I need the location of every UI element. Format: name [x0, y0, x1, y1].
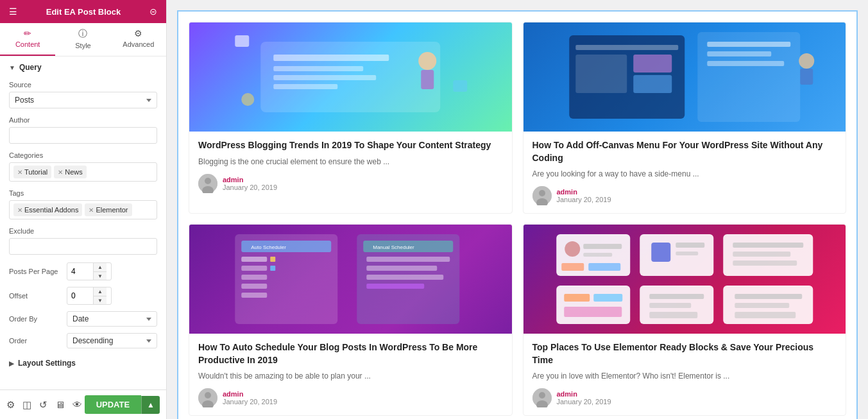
settings-icon[interactable]: ⚙	[6, 399, 15, 411]
grid-icon[interactable]: ⊝	[149, 6, 157, 17]
main-content: WordPress Blogging Trends In 2019 To Sha…	[167, 0, 868, 419]
update-arrow-button[interactable]: ▲	[141, 396, 160, 414]
category-tag-tutorial-label: Tutorial	[24, 168, 47, 176]
tags-tags-container[interactable]: ✕ Essential Addons ✕ Elementor	[9, 200, 157, 219]
posts-per-page-input-wrap: ▲ ▼	[67, 262, 112, 280]
post-title-4: Top Places To Use Elementor Ready Blocks…	[532, 341, 837, 366]
svg-rect-15	[575, 55, 627, 93]
svg-rect-32	[241, 266, 267, 271]
footer-icons: ⚙ ◫ ↺ 🖥 👁	[6, 399, 82, 411]
svg-rect-35	[241, 284, 267, 289]
svg-rect-23	[800, 69, 813, 85]
tab-style-label: Style	[75, 42, 90, 49]
post-content-4: Top Places To Use Elementor Ready Blocks…	[523, 334, 846, 415]
offset-down[interactable]: ▼	[94, 296, 106, 304]
author-2: admin	[557, 188, 611, 196]
post-card-4: Top Places To Use Elementor Ready Blocks…	[523, 224, 847, 416]
svg-rect-70	[735, 294, 802, 299]
tag-elementor: ✕ Elementor	[85, 203, 132, 216]
tab-advanced-label: Advanced	[123, 40, 154, 48]
author-3: admin	[223, 390, 277, 398]
svg-rect-64	[564, 307, 622, 317]
svg-rect-67	[649, 303, 691, 308]
svg-rect-36	[241, 293, 267, 298]
content-tab-icon: ✏	[24, 28, 31, 38]
history-icon[interactable]: ↺	[39, 399, 47, 411]
svg-rect-4	[273, 84, 337, 89]
offset-group: Offset ▲ ▼	[0, 284, 166, 309]
date-4: January 20, 2019	[557, 398, 611, 406]
offset-spinners: ▲ ▼	[93, 287, 106, 304]
hamburger-icon[interactable]: ☰	[9, 6, 17, 17]
posts-per-page-group: Posts Per Page ▲ ▼	[0, 260, 166, 284]
svg-rect-59	[733, 252, 790, 257]
svg-rect-66	[649, 294, 704, 299]
posts-per-page-label: Posts Per Page	[9, 268, 60, 275]
source-select[interactable]: Posts Pages Custom Post Type	[9, 92, 157, 108]
posts-per-page-input[interactable]	[67, 264, 93, 278]
desktop-icon[interactable]: 🖥	[55, 399, 65, 410]
remove-elementor-icon[interactable]: ✕	[89, 207, 94, 214]
svg-rect-55	[676, 243, 704, 248]
svg-rect-60	[733, 261, 797, 266]
layers-icon[interactable]: ◫	[22, 399, 31, 411]
tab-content[interactable]: ✏ Content	[0, 23, 55, 56]
svg-rect-61	[556, 286, 630, 324]
tab-advanced[interactable]: ⚙ Advanced	[111, 23, 166, 56]
tab-style[interactable]: ⓘ Style	[55, 23, 110, 56]
post-title-2: How To Add Off-Canvas Menu For Your Word…	[532, 139, 837, 164]
svg-rect-20	[707, 51, 771, 56]
eye-icon[interactable]: 👁	[72, 399, 82, 410]
svg-rect-17	[633, 75, 672, 93]
svg-rect-49	[583, 244, 622, 249]
svg-rect-21	[707, 61, 784, 66]
update-btn-wrap: UPDATE ▲	[85, 395, 160, 414]
exclude-input[interactable]	[9, 238, 157, 255]
categories-tags-container[interactable]: ✕ Tutorial ✕ News	[9, 162, 157, 182]
sidebar-content: ▼ Query Source Posts Pages Custom Post T…	[0, 56, 166, 389]
svg-rect-54	[651, 243, 670, 262]
remove-ea-icon[interactable]: ✕	[17, 207, 22, 214]
svg-point-48	[565, 241, 580, 257]
offset-up[interactable]: ▲	[94, 287, 106, 296]
layout-section-header[interactable]: ▶ Layout Settings	[0, 352, 166, 374]
query-section-header[interactable]: ▼ Query	[0, 56, 166, 78]
order-select[interactable]: Descending Ascending	[67, 333, 157, 348]
posts-per-page-down[interactable]: ▼	[94, 271, 106, 280]
layout-arrow-icon: ▶	[9, 360, 14, 367]
avatar-1	[198, 174, 217, 193]
svg-point-9	[241, 93, 254, 106]
offset-input[interactable]	[67, 289, 93, 303]
remove-news-icon[interactable]: ✕	[58, 169, 63, 176]
svg-rect-34	[241, 275, 267, 280]
svg-rect-16	[633, 55, 672, 73]
svg-rect-43	[366, 284, 424, 289]
remove-tutorial-icon[interactable]: ✕	[17, 169, 22, 176]
avatar-4	[532, 388, 552, 407]
date-3: January 20, 2019	[223, 398, 277, 406]
svg-rect-56	[676, 252, 698, 255]
exclude-group: Exclude	[0, 225, 166, 260]
author-input[interactable]	[9, 127, 157, 144]
offset-label: Offset	[9, 292, 60, 300]
svg-rect-63	[593, 294, 622, 302]
svg-rect-68	[649, 312, 697, 318]
post-thumbnail-2	[523, 22, 846, 132]
sidebar-tabs: ✏ Content ⓘ Style ⚙ Advanced	[0, 23, 166, 56]
post-excerpt-3: Wouldn't this be amazing to be able to p…	[198, 370, 503, 382]
sidebar: ☰ Edit EA Post Block ⊝ ✏ Content ⓘ Style…	[0, 0, 167, 419]
order-group: Order Descending Ascending	[0, 330, 166, 352]
post-meta-1: admin January 20, 2019	[198, 174, 503, 193]
tags-label: Tags	[9, 189, 157, 197]
category-tag-news-label: News	[65, 168, 83, 176]
post-thumbnail-4	[523, 225, 846, 334]
posts-per-page-up[interactable]: ▲	[94, 263, 106, 271]
post-meta-4: admin January 20, 2019	[532, 388, 837, 407]
categories-group: Categories ✕ Tutorial ✕ News	[0, 149, 166, 187]
order-by-select[interactable]: Date Title ID Modified	[67, 311, 157, 327]
categories-label: Categories	[9, 151, 157, 159]
update-button[interactable]: UPDATE	[85, 395, 141, 414]
query-arrow-icon: ▼	[9, 64, 15, 71]
source-group: Source Posts Pages Custom Post Type	[0, 78, 166, 114]
tab-content-label: Content	[15, 40, 40, 48]
